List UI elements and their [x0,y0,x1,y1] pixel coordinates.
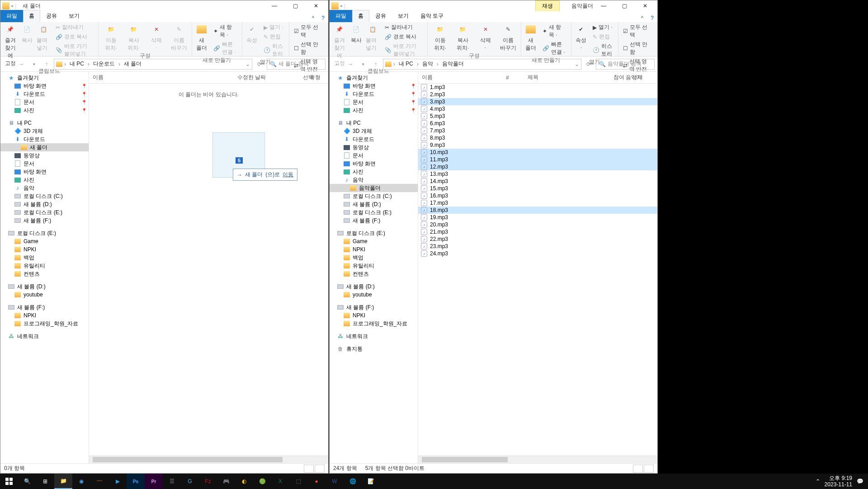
tree-item-localE[interactable]: 로컬 디스크 (E:) [0,208,89,216]
forward-button[interactable]: → [16,59,27,70]
system-tray[interactable]: ⌃ 오후 9:19 2023-11-11 💬 [811,475,868,488]
column-artist[interactable]: 참여 음악가 [610,74,646,81]
taskbar-app[interactable]: 〰 [90,474,108,489]
select-all-button[interactable]: ☑ 모두 선택 [621,23,654,39]
file-row[interactable]: ♪2.mp3 [418,91,657,98]
file-row[interactable]: ♪12.mp3 [418,163,657,170]
refresh-button[interactable]: ⟳ [254,59,265,70]
address-dropdown-icon[interactable]: ⌄ [575,61,579,67]
tree-item-downloads[interactable]: ⬇다운로드 [0,135,89,143]
copy-to-button[interactable]: 📁복사 위치· [453,23,473,52]
breadcrumb[interactable]: 새 폴더 [122,60,143,68]
tree-item-musicfolder[interactable]: 음악폴더 [330,184,418,192]
tree-item-localC[interactable]: 로컬 디스크 (C:) [330,192,418,200]
clock[interactable]: 오후 9:19 2023-11-11 [825,475,852,488]
history-button[interactable]: 🕑 히스토리 [262,42,286,58]
tree-item-objects3d[interactable]: 🔷3D 개체 [330,127,418,135]
tree-item-utility[interactable]: 유틸리티 [330,262,418,270]
paste-shortcut-button[interactable]: 📎 바로 가기 붙여넣기 [54,42,95,58]
tree-item-desktop[interactable]: 바탕 화면📍 [0,82,89,90]
breadcrumb[interactable]: 다운로드 [91,60,117,68]
up-button[interactable]: ↑ [41,59,52,70]
tree-item-utility[interactable]: 유틸리티 [0,262,89,270]
new-folder-button[interactable]: 새 폴더 [195,23,209,52]
file-row[interactable]: ♪13.mp3 [418,170,657,178]
tree-item-pictures[interactable]: 사진📍 [330,106,418,114]
file-row[interactable]: ♪24.mp3 [418,250,657,257]
taskbar-explorer[interactable]: 📁 [54,474,72,489]
taskbar-premiere[interactable]: Pr [145,474,163,489]
close-button[interactable]: ✕ [306,1,326,11]
file-row[interactable]: ♪23.mp3 [418,243,657,250]
address-bar[interactable]: › 내 PC› 다운로드› 새 폴더 ⌄ [54,59,252,70]
edit-button[interactable]: ✎ 편집 [262,33,286,41]
tree-item-volF[interactable]: 새 볼륨 (F:) [0,216,89,225]
copy-path-button[interactable]: 🔗 경로 복사 [54,33,95,41]
tree-item-volF[interactable]: 새 볼륨 (F:) [330,216,418,225]
breadcrumb[interactable]: 내 PC [397,60,415,68]
address-bar[interactable]: › 내 PC› 음악› 음악폴더 ⌄ [383,59,581,70]
select-none-button[interactable]: ☐ 선택 안 함 [621,40,654,56]
edit-button[interactable]: ✎ 편집 [591,33,615,41]
column-type[interactable]: 유형 [306,74,325,81]
taskbar-app[interactable]: ▶ [108,474,127,489]
tree-item-pictures[interactable]: 사진 [0,176,89,184]
tree-item-recycle[interactable]: 🗑휴지통 [330,345,418,353]
column-headers[interactable]: 이름 수정한 날짜 유형 [89,72,328,84]
tab-home[interactable]: 홈 [23,10,40,22]
breadcrumb[interactable]: 음악 [420,60,435,68]
tree-item-documents[interactable]: 문서📍 [330,98,418,106]
tree-item-thispc[interactable]: 🖥내 PC [330,119,418,127]
taskbar-photoshop[interactable]: Ps [127,474,145,489]
copy-to-button[interactable]: 📁복사 위치· [124,23,144,52]
rename-button[interactable]: ✎이름 바꾸기 [169,23,189,52]
task-view-button[interactable]: ⊞ [36,474,54,489]
select-none-button[interactable]: ☐ 선택 안 함 [292,40,325,56]
select-all-button[interactable]: ☑ 모두 선택 [292,23,325,39]
cut-button[interactable]: ✂ 잘라내기 [54,23,95,32]
tree-item-localE[interactable]: 로컬 디스크 (E:) [330,229,418,237]
column-headers[interactable]: 이름 # 제목 참여 음악가 [418,72,657,84]
taskbar-app[interactable]: ☰ [163,474,181,489]
tree-item-downloads[interactable]: ⬇다운로드📍 [0,90,89,98]
tab-view[interactable]: 보기 [392,10,415,22]
properties-button[interactable]: ✔속성 · [574,23,588,51]
qat-dropdown-icon[interactable]: ▫ [11,3,13,9]
file-row[interactable]: ♪9.mp3 [418,141,657,149]
properties-button[interactable]: ✔속성 · [245,23,259,51]
open-button[interactable]: ▶ 열기 · [262,23,286,32]
file-row[interactable]: ♪19.mp3 [418,214,657,221]
taskbar-word[interactable]: W [326,474,344,489]
tree-item-pictures[interactable]: 사진📍 [0,106,89,114]
tree-item-downloads[interactable]: ⬇다운로드📍 [330,90,418,98]
tree-item-quick[interactable]: ★즐겨찾기 [330,74,418,82]
help-icon[interactable]: ? [647,14,657,22]
new-item-button[interactable]: ✦ 새 항목 · [212,23,239,39]
file-row[interactable]: ♪20.mp3 [418,221,657,228]
taskbar-app[interactable]: 🎮 [217,474,235,489]
address-dropdown-icon[interactable]: ⌄ [245,61,250,67]
tree-item-quick[interactable]: ★즐겨찾기 [0,74,89,82]
start-button[interactable] [0,474,18,489]
horizontal-scrollbar[interactable] [418,456,657,463]
context-tab-play[interactable]: 재생 [535,0,560,12]
thumbnails-view-button[interactable] [315,465,325,473]
tree-item-network[interactable]: 🖧네트워크 [0,332,89,340]
tree-item-youtube[interactable]: youtube [330,291,418,299]
tab-file[interactable]: 파일 [0,10,23,22]
maximize-button[interactable]: ▢ [614,1,635,11]
tree-item-game[interactable]: Game [0,237,89,245]
navigation-pane[interactable]: ★즐겨찾기바탕 화면📍⬇다운로드📍문서📍사진📍🖥내 PC🔷3D 개체⬇다운로드새… [0,72,89,463]
column-name[interactable]: 이름 [418,74,502,81]
help-icon[interactable]: ? [318,14,328,22]
taskbar-app[interactable]: ⬚ [289,474,307,489]
easy-access-button[interactable]: 🔗 빠른 연결 · [541,40,568,56]
tab-music-tools[interactable]: 음악 도구 [415,10,449,22]
copy-path-button[interactable]: 🔗 경로 복사 [383,33,425,41]
rename-button[interactable]: ✎이름 바꾸기 [498,23,518,52]
tree-item-contents[interactable]: 컨텐츠 [330,270,418,278]
taskbar-app[interactable]: ● [307,474,326,489]
tree-item-videos[interactable]: 동영상 [330,143,418,151]
tab-share[interactable]: 공유 [40,10,63,22]
tree-item-programming[interactable]: 프로그래밍_학원_자료 [0,320,89,328]
